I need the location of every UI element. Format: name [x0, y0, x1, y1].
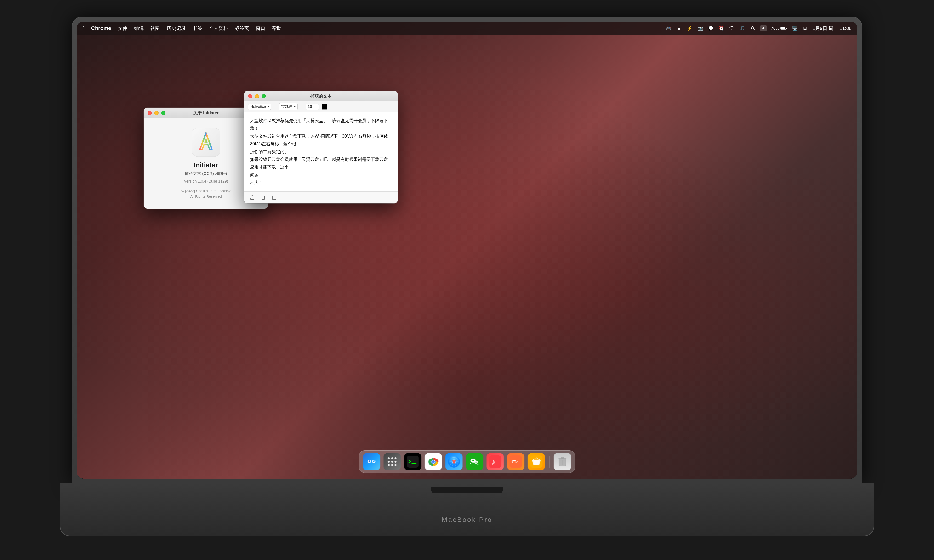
menu-file[interactable]: 文件: [118, 25, 127, 32]
screen-bezel:  Chrome 文件 编辑 视图 历史记录 书签 个人资料 标签页 窗口 帮助: [77, 22, 857, 478]
menu-history[interactable]: 历史记录: [167, 25, 186, 32]
menu-help[interactable]: 帮助: [272, 25, 282, 32]
minimize-button[interactable]: [154, 111, 159, 115]
traffic-lights: [148, 111, 165, 115]
trash-icon[interactable]: [260, 194, 266, 200]
menubar-left:  Chrome 文件 编辑 视图 历史记录 书签 个人资料 标签页 窗口 帮助: [82, 25, 666, 32]
battery-indicator: 76%: [771, 26, 787, 31]
svg-point-39: [474, 461, 478, 464]
apple-menu[interactable]: : [82, 25, 85, 32]
menubar-right: 🎮 ▲ ⚡ 📷 💬 ⏰ 🎵: [666, 25, 852, 32]
wallpaper: [77, 22, 857, 478]
svg-point-17: [391, 461, 393, 463]
ocr-window: 捕获的文本 Helvetica ▾ 常规体 ▾: [244, 91, 398, 203]
battery-percent: 76%: [771, 26, 780, 31]
svg-point-20: [391, 464, 393, 466]
svg-rect-51: [559, 458, 566, 459]
wifi-icon[interactable]: [729, 25, 735, 31]
svg-point-12: [373, 460, 374, 461]
svg-point-0: [751, 26, 754, 29]
screen:  Chrome 文件 编辑 视图 历史记录 书签 个人资料 标签页 窗口 帮助: [77, 22, 857, 478]
dock-item-safari[interactable]: [445, 453, 463, 470]
search-icon[interactable]: [750, 25, 756, 31]
macbook-lid:  Chrome 文件 编辑 视图 历史记录 书签 个人资料 标签页 窗口 帮助: [72, 17, 862, 483]
app-subtitle: 捕获文本 (OCR) 和图形: [185, 171, 227, 176]
share-icon[interactable]: [249, 194, 255, 200]
input-icon[interactable]: A: [760, 25, 767, 31]
font-size-input[interactable]: 16: [305, 104, 319, 110]
menu-tabs[interactable]: 标签页: [235, 25, 249, 32]
gamepad-icon[interactable]: 🎮: [666, 25, 672, 31]
menubar:  Chrome 文件 编辑 视图 历史记录 书签 个人资料 标签页 窗口 帮助: [77, 22, 857, 35]
app-version: Version 1.0.4 (Build 1129): [184, 179, 228, 183]
menu-window[interactable]: 窗口: [256, 25, 265, 32]
chevron-icon-2: ▾: [294, 105, 296, 108]
svg-marker-49: [533, 460, 539, 465]
svg-rect-6: [273, 196, 276, 199]
macbook-outer:  Chrome 文件 编辑 视图 历史记录 书签 个人资料 标签页 窗口 帮助: [60, 17, 874, 543]
copy-icon[interactable]: [271, 194, 277, 200]
screenshot-icon[interactable]: 📷: [697, 25, 703, 31]
dock-item-terminal[interactable]: $ _: [404, 453, 421, 470]
svg-rect-52: [561, 457, 564, 458]
clock-icon[interactable]: ⏰: [718, 25, 724, 31]
font-family-select[interactable]: Helvetica ▾: [248, 104, 271, 110]
menu-edit[interactable]: 编辑: [134, 25, 144, 32]
font-style-select[interactable]: 常规体 ▾: [279, 103, 298, 110]
ocr-titlebar: 捕获的文本: [244, 91, 398, 102]
dock-item-launchpad[interactable]: [384, 453, 401, 470]
svg-rect-4: [786, 28, 787, 29]
about-window-title: 关于 Initiater: [193, 110, 219, 116]
menu-view[interactable]: 视图: [150, 25, 160, 32]
svg-rect-3: [781, 27, 785, 29]
dock-item-finder[interactable]: [363, 453, 380, 470]
dock: $ _: [359, 451, 575, 473]
ocr-window-title: 捕获的文本: [310, 93, 332, 99]
ocr-traffic-lights: [248, 94, 266, 98]
svg-point-14: [391, 457, 393, 459]
svg-point-16: [388, 461, 390, 463]
app-copyright: © [2022] Sadik & Imron Saidov All Rights…: [181, 188, 230, 199]
dock-item-music[interactable]: ♪: [487, 453, 504, 470]
svg-text:✏: ✏: [512, 458, 518, 466]
ocr-maximize-button[interactable]: [262, 94, 266, 98]
svg-line-1: [754, 29, 755, 31]
audio-icon[interactable]: 🎵: [739, 25, 746, 31]
dock-container: $ _: [359, 451, 575, 473]
ocr-text-content[interactable]: 大型软件墙裂推荐优先使用「天翼云盘」，该云盘无需开会员，不限速下载！ 大型文件最…: [244, 112, 398, 191]
svg-point-21: [395, 464, 396, 466]
maximize-button[interactable]: [161, 111, 165, 115]
macbook-notch: [431, 487, 503, 494]
ocr-text: 大型软件墙裂推荐优先使用「天翼云盘」，该云盘无需开会员，不限速下载！ 大型文件最…: [250, 118, 388, 185]
display-icon[interactable]: 🖥️: [792, 25, 798, 31]
svg-point-41: [476, 462, 477, 462]
wechat-icon[interactable]: 💬: [708, 25, 714, 31]
dock-separator: [549, 455, 550, 468]
flash-icon[interactable]: ⚡: [687, 25, 693, 31]
app-name-menu[interactable]: Chrome: [91, 25, 111, 31]
macbook-bottom: MacBook Pro: [60, 483, 874, 536]
svg-point-37: [472, 460, 473, 461]
close-button[interactable]: [148, 111, 152, 115]
svg-point-18: [395, 461, 396, 463]
dock-item-chrome[interactable]: [425, 453, 442, 470]
dock-item-sketch[interactable]: [528, 453, 545, 470]
toolbar-sep1: [275, 104, 275, 109]
svg-point-15: [395, 457, 396, 459]
dock-item-wechat[interactable]: [466, 453, 483, 470]
ocr-minimize-button[interactable]: [255, 94, 259, 98]
ocr-close-button[interactable]: [248, 94, 253, 98]
svg-point-11: [368, 460, 369, 461]
ocr-footer: [244, 191, 398, 203]
dock-item-craft[interactable]: ✏: [507, 453, 524, 470]
svg-point-38: [473, 460, 474, 461]
control-center-icon[interactable]: ⊞: [802, 25, 808, 31]
menu-bookmarks[interactable]: 书签: [193, 25, 202, 32]
svg-point-28: [432, 460, 435, 463]
notification-icon[interactable]: ▲: [676, 25, 682, 31]
color-swatch[interactable]: [322, 104, 327, 109]
menu-profile[interactable]: 个人资料: [209, 25, 228, 32]
svg-point-19: [388, 464, 390, 466]
dock-item-trash[interactable]: [554, 453, 571, 470]
svg-point-13: [388, 457, 390, 459]
